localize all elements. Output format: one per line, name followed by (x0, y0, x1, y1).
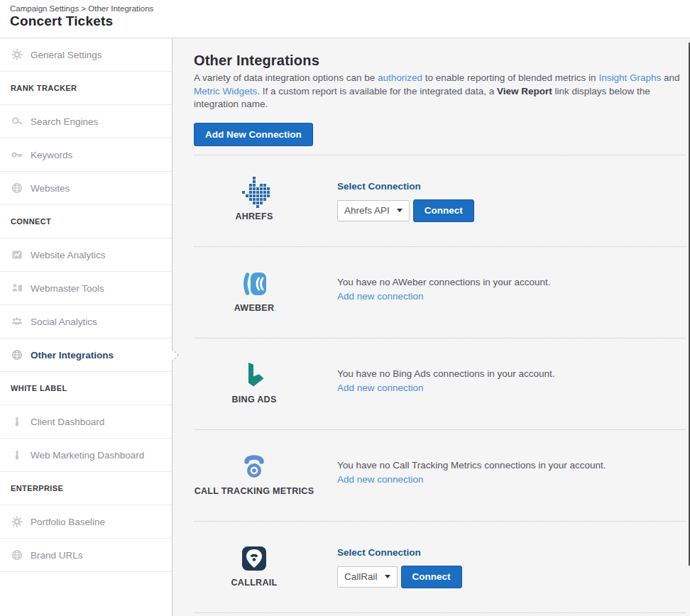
integration-row-bing-ads: BING ADS You have no Bing Ads connection… (194, 339, 686, 430)
sidebar-section-rank-tracker: RANK TRACKER (0, 72, 172, 105)
callrail-logo-icon (240, 543, 268, 574)
sidebar-item-label: Portfolio Baseline (31, 517, 105, 527)
select-connection-label: Select Connection (337, 181, 686, 192)
sidebar-section-connect: CONNECT (0, 205, 172, 238)
intro-segment: . If a custom report is available for th… (257, 86, 497, 97)
integration-name: AWEBER (234, 303, 275, 313)
call-tracking-metrics-logo-icon (240, 451, 268, 483)
integration-row-call-tracking-metrics: CALL TRACKING METRICS You have no Call T… (194, 430, 686, 522)
breadcrumb[interactable]: Campaign Settings > Other Integrations (10, 4, 690, 13)
sidebar-item-search-engines[interactable]: Search Engines (0, 105, 172, 138)
integration-name: CALLRAIL (231, 578, 278, 588)
sidebar-section-enterprise: ENTERPRISE (0, 472, 172, 505)
sidebar-item-label: Other Integrations (31, 350, 114, 361)
page-title: Concert Tickets (10, 13, 690, 29)
selected-connection-value: Ahrefs API (344, 205, 390, 216)
gear-icon (11, 49, 23, 61)
sidebar-item-label: Client Dashboard (31, 417, 104, 427)
intro-segment: and (661, 72, 679, 83)
add-new-connection-link[interactable]: Add new connection (337, 383, 424, 393)
chevron-down-icon (397, 209, 402, 212)
gear-icon (11, 516, 23, 528)
sidebar-item-label: General Settings (31, 50, 102, 60)
section-title: Other Integrations (194, 53, 686, 69)
globe-icon (11, 349, 23, 361)
sidebar-item-label: Web Marketing Dashboard (31, 450, 144, 461)
sidebar-item-label: Webmaster Tools (31, 283, 104, 294)
key-icon (11, 149, 23, 161)
integration-name: BING ADS (231, 395, 276, 405)
connection-select[interactable]: CallRail (337, 566, 398, 588)
sidebar-item-label: Keywords (31, 150, 72, 160)
top-header: Campaign Settings > Other Integrations C… (0, 0, 690, 38)
integrations-list: AHREFS Select Connection Ahrefs API Conn… (194, 155, 686, 613)
connect-button[interactable]: Connect (401, 566, 462, 588)
add-new-connection-link[interactable]: Add new connection (337, 474, 424, 485)
sidebar-item-label: Search Engines (31, 116, 98, 127)
globe-icon (11, 549, 23, 561)
intro-text: A variety of data integration options ca… (194, 72, 682, 111)
selected-connection-value: CallRail (344, 571, 378, 582)
authorized-link[interactable]: authorized (378, 72, 422, 83)
sidebar-item-other-integrations[interactable]: Other Integrations (0, 339, 172, 372)
aweber-logo-icon (240, 268, 268, 299)
integration-row-ahrefs: AHREFS Select Connection Ahrefs API Conn… (194, 155, 686, 247)
chevron-down-icon (385, 575, 390, 578)
tie-icon (11, 416, 23, 428)
integration-name: CALL TRACKING METRICS (195, 486, 314, 496)
no-connections-message: You have no AWeber connections in your a… (337, 277, 686, 287)
settings-sidebar: General Settings RANK TRACKER Search Eng… (0, 38, 172, 616)
connection-select[interactable]: Ahrefs API (337, 200, 410, 221)
chart-icon (11, 249, 23, 261)
sidebar-item-website-analytics[interactable]: Website Analytics (0, 238, 172, 272)
integration-name: AHREFS (235, 211, 273, 221)
select-connection-label: Select Connection (337, 547, 686, 558)
sidebar-item-keywords[interactable]: Keywords (0, 138, 172, 172)
sidebar-item-brand-urls[interactable]: Brand URLs (0, 539, 172, 572)
bing-ads-logo-icon (240, 360, 268, 391)
sidebar-item-web-marketing-dashboard[interactable]: Web Marketing Dashboard (0, 439, 172, 472)
globe-icon (11, 182, 23, 194)
sidebar-item-label: Websites (31, 183, 70, 194)
intro-segment: to enable reporting of blended metrics i… (422, 72, 598, 83)
sidebar-item-social-analytics[interactable]: Social Analytics (0, 305, 172, 339)
sidebar-item-label: Website Analytics (31, 250, 106, 260)
connect-button[interactable]: Connect (413, 199, 474, 222)
insight-graphs-link[interactable]: Insight Graphs (598, 72, 661, 83)
search-icon (11, 116, 23, 128)
sidebar-item-general-settings[interactable]: General Settings (0, 38, 172, 72)
sidebar-item-label: Social Analytics (31, 317, 97, 327)
people-icon (11, 316, 23, 328)
integration-row-callrail: CALLRAIL Select Connection CallRail Conn… (194, 522, 686, 613)
webmaster-icon (11, 282, 23, 295)
sidebar-item-label: Brand URLs (31, 550, 83, 561)
intro-segment: A variety of data integration options ca… (194, 72, 378, 83)
add-new-connection-link[interactable]: Add new connection (337, 291, 424, 302)
sidebar-item-portfolio-baseline[interactable]: Portfolio Baseline (0, 505, 172, 539)
add-new-connection-button[interactable]: Add New Connection (194, 123, 313, 146)
sidebar-item-client-dashboard[interactable]: Client Dashboard (0, 405, 172, 439)
sidebar-item-websites[interactable]: Websites (0, 172, 172, 205)
main-content: Other Integrations A variety of data int… (172, 38, 690, 616)
tie-icon (11, 449, 23, 461)
view-report-emphasis: View Report (497, 86, 552, 97)
integration-row-aweber: AWEBER You have no AWeber connections in… (194, 247, 686, 339)
ahrefs-logo-icon (239, 177, 270, 208)
sidebar-item-webmaster-tools[interactable]: Webmaster Tools (0, 272, 172, 305)
no-connections-message: You have no Call Tracking Metrics connec… (337, 460, 686, 471)
metric-widgets-link[interactable]: Metric Widgets (194, 86, 257, 97)
no-connections-message: You have no Bing Ads connections in your… (337, 368, 686, 379)
sidebar-section-white-label: WHITE LABEL (0, 372, 172, 405)
